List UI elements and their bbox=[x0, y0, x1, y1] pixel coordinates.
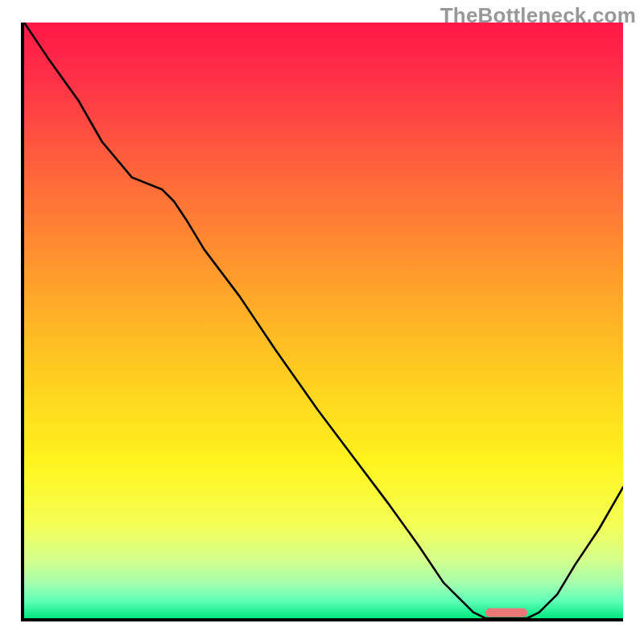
plot-area bbox=[24, 23, 623, 618]
plot-svg bbox=[24, 23, 623, 618]
x-axis bbox=[21, 618, 623, 621]
optimal-marker bbox=[485, 609, 527, 617]
chart-stage: TheBottleneck.com bbox=[0, 0, 644, 644]
gradient-fill bbox=[24, 23, 623, 618]
